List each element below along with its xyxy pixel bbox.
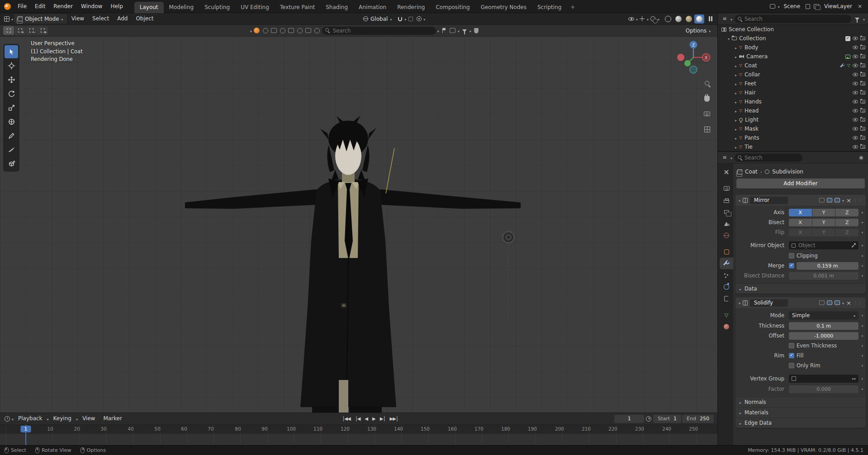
material-preview-icon[interactable] xyxy=(253,27,261,34)
shield-icon[interactable] xyxy=(473,27,480,34)
disable-in-render-icon[interactable] xyxy=(860,118,865,122)
disable-in-render-icon[interactable] xyxy=(860,55,865,58)
disable-in-render-icon[interactable] xyxy=(860,145,865,149)
collapse-icon[interactable] xyxy=(739,197,740,203)
animate-dot[interactable] xyxy=(862,325,863,327)
hide-in-viewport-icon[interactable] xyxy=(853,46,858,49)
animate-dot[interactable] xyxy=(862,222,863,223)
animate-dot[interactable] xyxy=(862,355,863,356)
animate-dot[interactable] xyxy=(862,365,863,366)
tool-select-box[interactable] xyxy=(5,45,18,58)
animate-dot[interactable] xyxy=(862,255,863,257)
current-frame-field[interactable]: 1 xyxy=(614,415,644,423)
disable-in-render-icon[interactable] xyxy=(860,37,865,40)
axis-z-button[interactable]: Z xyxy=(835,209,859,216)
tab-output[interactable] xyxy=(720,194,733,206)
filter-icon[interactable] xyxy=(461,27,468,34)
expand-icon[interactable] xyxy=(735,89,737,96)
viewlayer-selector[interactable]: ViewLayer xyxy=(821,2,855,10)
extras-chevron-icon[interactable] xyxy=(842,197,844,203)
next-keyframe-button[interactable]: ▶│ xyxy=(380,416,385,421)
menu-marker[interactable]: Marker xyxy=(100,413,125,424)
proportional-chevron-icon[interactable] xyxy=(423,16,425,22)
eyedropper-icon[interactable] xyxy=(851,243,856,248)
menu-playback[interactable]: Playback xyxy=(14,413,46,424)
workspace-tab-texture-paint[interactable]: Texture Paint xyxy=(275,2,320,13)
gizmo-neg-z-axis[interactable] xyxy=(690,66,697,73)
jump-to-end-button[interactable]: ▶▶│ xyxy=(389,416,398,421)
expand-icon[interactable] xyxy=(735,144,737,150)
snap-target-icon[interactable] xyxy=(407,15,414,23)
tab-modifiers[interactable] xyxy=(720,258,733,269)
select-intersect-button[interactable]: ∗ xyxy=(37,26,48,35)
disable-in-render-icon[interactable] xyxy=(860,109,865,113)
hide-in-viewport-icon[interactable] xyxy=(853,73,858,76)
tool-header-chevron-icon[interactable] xyxy=(250,28,252,34)
visibility-chevron-icon[interactable] xyxy=(636,16,638,22)
menu-window[interactable]: Window xyxy=(77,0,106,13)
outliner-row-collection[interactable]: Collection xyxy=(718,34,868,43)
object-type-filter-5-icon[interactable] xyxy=(296,27,304,34)
expand-icon[interactable] xyxy=(735,126,737,132)
tab-view-layer[interactable] xyxy=(720,206,733,218)
navigation-gizmo[interactable]: Z X xyxy=(675,39,711,75)
workspace-tab-uv-editing[interactable]: UV Editing xyxy=(235,2,275,13)
animate-dot[interactable] xyxy=(862,389,863,390)
snap-toggle[interactable] xyxy=(396,15,403,23)
object-type-filter-1-icon[interactable] xyxy=(262,27,269,34)
hide-in-viewport-icon[interactable] xyxy=(853,82,858,85)
properties-editor-chevron-icon[interactable] xyxy=(730,155,732,161)
disable-in-render-icon[interactable] xyxy=(860,136,865,140)
tool-measure[interactable] xyxy=(5,143,18,156)
solidify-materials-section[interactable]: Materials xyxy=(735,407,866,417)
expand-icon[interactable] xyxy=(735,117,737,123)
modifier-name-field[interactable]: Solidify xyxy=(750,299,788,307)
menu-help[interactable]: Help xyxy=(106,0,127,13)
camera-view-icon[interactable] xyxy=(702,109,712,119)
gizmo-neg-x-axis[interactable] xyxy=(677,54,684,61)
mirror-data-section[interactable]: Data xyxy=(735,283,866,294)
outliner-search-input[interactable] xyxy=(735,15,851,23)
play-button[interactable]: ▶ xyxy=(372,416,375,421)
expand-icon[interactable] xyxy=(735,62,737,69)
drag-grip-icon[interactable]: ⋮⋮ xyxy=(854,300,863,305)
properties-search-input[interactable] xyxy=(735,154,802,162)
realtime-display-toggle[interactable] xyxy=(827,198,832,202)
zoom-icon[interactable] xyxy=(702,78,712,88)
object-type-filter-7-icon[interactable] xyxy=(313,27,321,34)
outliner-item-mask[interactable]: ▽ Mask xyxy=(718,124,868,133)
solidify-edge-data-section[interactable]: Edge Data xyxy=(735,417,866,428)
animate-dot[interactable] xyxy=(862,232,863,233)
overlays-toggle-icon[interactable] xyxy=(650,15,657,23)
menu-select[interactable]: Select xyxy=(89,13,113,24)
select-subtract-button[interactable]: − xyxy=(26,26,37,35)
shading-solid-button[interactable] xyxy=(674,14,683,23)
menu-file[interactable]: File xyxy=(14,0,31,13)
tool-transform[interactable] xyxy=(5,115,18,128)
hide-in-viewport-icon[interactable] xyxy=(853,118,858,122)
remove-viewlayer-icon[interactable] xyxy=(856,3,863,10)
filter-chevron-icon[interactable] xyxy=(470,28,471,34)
clipping-checkbox[interactable] xyxy=(789,253,794,258)
workspace-tab-compositing[interactable]: Compositing xyxy=(430,2,475,13)
tab-world[interactable] xyxy=(720,230,733,241)
workspace-tab-geometry-nodes[interactable]: Geometry Nodes xyxy=(475,2,532,13)
outliner-item-hands[interactable]: ▽ Hands xyxy=(718,97,868,106)
collapse-icon[interactable] xyxy=(739,300,740,306)
tab-constraints[interactable] xyxy=(720,293,733,305)
disable-in-render-icon[interactable] xyxy=(860,73,865,76)
bisect-z-button[interactable]: Z xyxy=(835,219,859,226)
animate-dot[interactable] xyxy=(862,335,863,337)
animate-dot[interactable] xyxy=(862,275,863,277)
menu-edit[interactable]: Edit xyxy=(31,0,49,13)
gizmos-chevron-icon[interactable] xyxy=(647,16,649,22)
edit-mode-display-toggle[interactable] xyxy=(819,198,825,202)
tab-scene[interactable] xyxy=(720,218,733,230)
outliner-item-pants[interactable]: ▽ Pants xyxy=(718,133,868,142)
timeline-editor-chevron-icon[interactable] xyxy=(12,416,14,422)
disable-in-render-icon[interactable] xyxy=(860,91,865,94)
shading-rendered-button[interactable] xyxy=(694,14,704,23)
workspace-tab-layout[interactable]: Layout xyxy=(134,2,164,13)
mirror-panel-header[interactable]: Mirror ⋮⋮ xyxy=(735,195,866,206)
tab-render[interactable] xyxy=(720,183,733,194)
